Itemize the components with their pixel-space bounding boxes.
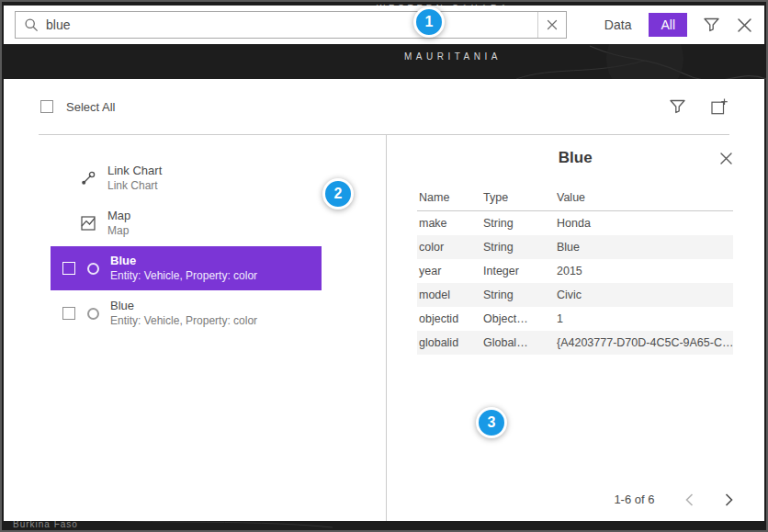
- map-icon: [81, 216, 96, 231]
- select-all-label: Select All: [66, 100, 115, 114]
- cell-type: Global…: [483, 336, 557, 349]
- table-row: objectid Object… 1: [417, 307, 733, 331]
- search-results-panel: Select All Link Chart Link Chart: [4, 79, 764, 521]
- detail-panel: Blue Name Type Value make String Honda: [386, 135, 764, 521]
- pagination-label: 1-6 of 6: [614, 492, 654, 506]
- annotation-badge-1: 1: [413, 6, 445, 38]
- result-item-blue[interactable]: Blue Entity: Vehicle, Property: color: [51, 291, 322, 335]
- table-row: year Integer 2015: [417, 259, 733, 283]
- link-chart-icon: [81, 171, 96, 186]
- result-title: Link Chart: [107, 164, 162, 178]
- search-bar: Data All: [4, 6, 764, 44]
- entity-circle-icon: [87, 308, 99, 320]
- app-window: WESTERN SAHARA MAURITANIA Burkina Faso D…: [0, 0, 768, 532]
- search-filter-icon[interactable]: [704, 17, 719, 32]
- detail-title: Blue: [559, 149, 593, 166]
- cell-type: String: [483, 217, 557, 230]
- annotation-badge-2: 2: [322, 178, 354, 209]
- cell-type: String: [483, 289, 557, 301]
- entity-circle-icon: [87, 263, 99, 275]
- result-title: Blue: [110, 299, 257, 313]
- cell-value: 1: [557, 312, 733, 325]
- search-input[interactable]: [39, 17, 537, 32]
- table-row: globalid Global… {A4203777-D70D-4C5C-9A6…: [417, 331, 733, 355]
- result-item-map[interactable]: Map Map: [51, 201, 322, 245]
- scope-data-button[interactable]: Data: [593, 13, 644, 37]
- annotation-badge-3: 3: [476, 407, 507, 438]
- cell-type: String: [483, 241, 557, 254]
- cell-value: 2015: [557, 265, 733, 277]
- results-toolbar: Select All: [4, 79, 764, 134]
- cell-name: globalid: [419, 336, 483, 349]
- results-body: Link Chart Link Chart Map Map: [4, 135, 764, 521]
- table-row: color String Blue: [417, 235, 733, 259]
- map-label-mauritania: MAURITANIA: [140, 51, 766, 62]
- column-header-value: Value: [557, 191, 733, 204]
- search-icon: [24, 17, 39, 32]
- search-box: [15, 11, 567, 39]
- cell-type: Object…: [483, 312, 557, 325]
- select-all-checkbox[interactable]: [40, 100, 53, 113]
- next-page-icon[interactable]: [725, 493, 733, 506]
- scope-toggle: Data All: [593, 13, 687, 37]
- result-checkbox[interactable]: [62, 307, 75, 320]
- result-checkbox[interactable]: [62, 262, 75, 275]
- add-to-selection-icon[interactable]: [711, 98, 728, 115]
- clear-search-icon[interactable]: [538, 12, 566, 38]
- cell-value: Blue: [557, 241, 733, 254]
- result-subtitle: Entity: Vehicle, Property: color: [110, 268, 257, 283]
- cell-name: model: [419, 289, 483, 301]
- cell-name: objectid: [419, 312, 483, 325]
- table-header: Name Type Value: [417, 184, 733, 211]
- cell-name: make: [419, 217, 483, 230]
- previous-page-icon[interactable]: [685, 493, 694, 506]
- cell-value: {A4203777-D70D-4C5C-9A65-C…: [557, 336, 733, 349]
- table-row: model String Civic: [417, 283, 733, 307]
- close-search-icon[interactable]: [736, 17, 753, 34]
- pagination: 1-6 of 6: [614, 492, 733, 506]
- column-header-type: Type: [483, 191, 557, 204]
- cell-value: Honda: [557, 217, 733, 230]
- result-item-blue-selected[interactable]: Blue Entity: Vehicle, Property: color: [51, 246, 322, 290]
- scope-all-button[interactable]: All: [649, 13, 687, 37]
- result-title: Map: [107, 209, 130, 223]
- result-title: Blue: [110, 254, 257, 268]
- close-detail-icon[interactable]: [719, 152, 733, 165]
- results-filter-icon[interactable]: [670, 99, 685, 114]
- cell-value: Civic: [557, 289, 733, 301]
- cell-name: color: [419, 241, 483, 254]
- table-row: make String Honda: [417, 211, 733, 235]
- properties-table: Name Type Value make String Honda color …: [417, 184, 733, 355]
- detail-header: Blue: [417, 149, 733, 173]
- cell-type: Integer: [483, 265, 557, 277]
- result-subtitle: Entity: Vehicle, Property: color: [110, 313, 257, 328]
- result-item-link-chart[interactable]: Link Chart Link Chart: [51, 156, 322, 200]
- cell-name: year: [419, 265, 483, 277]
- result-subtitle: Link Chart: [107, 178, 162, 193]
- result-subtitle: Map: [107, 223, 130, 238]
- column-header-name: Name: [419, 191, 483, 204]
